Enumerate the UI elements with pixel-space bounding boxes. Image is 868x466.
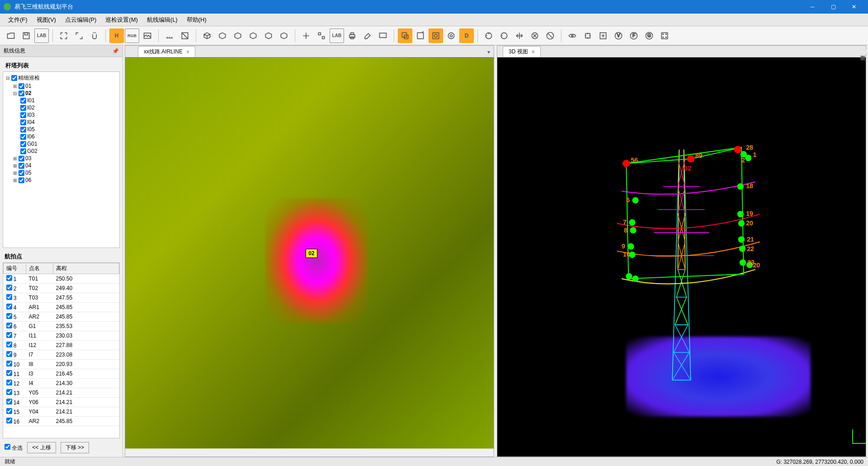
tree-tower-node[interactable]: ⊞ 01 bbox=[5, 82, 118, 90]
view-back-icon[interactable] bbox=[215, 29, 230, 43]
snap-icon[interactable] bbox=[580, 29, 595, 43]
canvas-3d[interactable]: 56 89 1282 181920 21222320 678 910 02 bbox=[497, 57, 866, 456]
table-row[interactable]: 13 Y05 214.21 bbox=[4, 388, 119, 398]
rotate-icon[interactable] bbox=[528, 29, 542, 43]
waypoints-table-wrap[interactable]: 编号 点名 高程 1 T01 250.50 2 T02 249.40 3 T03… bbox=[3, 262, 120, 438]
tree-checkbox[interactable] bbox=[20, 141, 26, 147]
tree-toggle-icon[interactable]: ⊞ bbox=[12, 84, 18, 89]
tree-checkbox[interactable] bbox=[20, 148, 26, 154]
print-icon[interactable] bbox=[345, 29, 359, 43]
pin-icon[interactable]: 📌 bbox=[112, 48, 119, 54]
measure-area-icon[interactable] bbox=[178, 29, 192, 43]
view-top-icon[interactable] bbox=[261, 29, 276, 43]
move-icon[interactable] bbox=[512, 29, 527, 43]
wp-checkbox[interactable] bbox=[6, 380, 12, 385]
menu-route[interactable]: 航线编辑(L) bbox=[142, 14, 182, 26]
pan-icon[interactable] bbox=[87, 29, 102, 43]
d-mode-icon[interactable]: D bbox=[459, 29, 474, 43]
table-row[interactable]: 14 Y06 214.21 bbox=[4, 398, 119, 407]
legend-vertical-label[interactable]: 列表图例 bbox=[859, 50, 867, 53]
tree-tower-label[interactable]: 03 bbox=[25, 155, 31, 162]
tree-checkbox[interactable] bbox=[19, 177, 24, 183]
view-bottom-icon[interactable] bbox=[277, 29, 291, 43]
tree-checkbox[interactable] bbox=[19, 83, 24, 89]
add-point-icon[interactable] bbox=[596, 29, 610, 43]
tree-checkbox[interactable] bbox=[20, 98, 26, 104]
rgb-color-icon[interactable]: RGB bbox=[125, 29, 139, 43]
table-row[interactable]: 4 AR1 245.85 bbox=[4, 303, 119, 312]
tree-checkbox[interactable] bbox=[20, 112, 26, 118]
tree-sub-label[interactable]: G02 bbox=[27, 148, 38, 154]
tree-sub-node[interactable]: I03 bbox=[5, 111, 118, 119]
tree-sub-label[interactable]: I06 bbox=[27, 133, 35, 140]
tree-sub-node[interactable]: G02 bbox=[5, 147, 118, 155]
wp-col-idx[interactable]: 编号 bbox=[4, 263, 26, 274]
table-row[interactable]: 10 I8 220.93 bbox=[4, 360, 119, 369]
tree-toggle-icon[interactable]: ⊞ bbox=[12, 171, 18, 176]
tree-checkbox[interactable] bbox=[11, 75, 17, 81]
grid-snap-icon[interactable] bbox=[657, 29, 672, 43]
lab-icon[interactable]: LAB bbox=[34, 29, 49, 43]
nav-left-icon[interactable] bbox=[497, 29, 511, 43]
tree-sub-node[interactable]: G01 bbox=[5, 140, 118, 147]
tree-root-label[interactable]: 精细巡检 bbox=[18, 74, 40, 82]
scrollbar-horizontal[interactable] bbox=[125, 448, 494, 456]
table-row[interactable]: 16 AR2 245.85 bbox=[4, 417, 119, 426]
tab-airline[interactable]: xx线路.AIRLINE × bbox=[138, 46, 195, 57]
tree-tower-label[interactable]: 02 bbox=[25, 90, 31, 96]
canvas-2d[interactable]: 02 bbox=[125, 57, 494, 448]
wp-checkbox[interactable] bbox=[6, 399, 12, 404]
tree-tower-node[interactable]: ⊟ 02 bbox=[5, 90, 118, 97]
table-row[interactable]: 1 T01 250.50 bbox=[4, 274, 119, 284]
table-row[interactable]: 11 I3 216.45 bbox=[4, 369, 119, 379]
nav-home-icon[interactable] bbox=[481, 29, 496, 43]
expand-icon[interactable] bbox=[72, 29, 86, 43]
tree-checkbox[interactable] bbox=[19, 163, 24, 169]
tree-tower-node[interactable]: ⊞ 04 bbox=[5, 162, 118, 169]
wp-checkbox[interactable] bbox=[6, 294, 12, 300]
target-icon[interactable] bbox=[444, 29, 458, 43]
fit-icon[interactable] bbox=[57, 29, 71, 43]
wp-checkbox[interactable] bbox=[6, 361, 12, 366]
tree-sub-label[interactable]: G01 bbox=[27, 141, 38, 147]
v-mode-icon[interactable]: V bbox=[611, 29, 626, 43]
deselect-icon[interactable] bbox=[413, 29, 428, 43]
align-tool-icon[interactable] bbox=[314, 29, 329, 43]
wp-checkbox[interactable] bbox=[6, 285, 12, 290]
tree-toggle-icon[interactable]: ⊟ bbox=[12, 91, 18, 96]
table-row[interactable]: 12 I4 214.30 bbox=[4, 379, 119, 388]
select-circle-icon[interactable] bbox=[429, 29, 443, 43]
menu-view[interactable]: 视图(V) bbox=[32, 14, 61, 26]
close-icon[interactable]: × bbox=[186, 49, 189, 55]
tree-tower-node[interactable]: ⊞ 05 bbox=[5, 169, 118, 176]
menu-help[interactable]: 帮助(H) bbox=[182, 14, 211, 26]
wp-checkbox[interactable] bbox=[6, 408, 12, 414]
view-left-icon[interactable] bbox=[231, 29, 245, 43]
move-down-button[interactable]: 下移 >> bbox=[61, 442, 89, 453]
tree-checkbox[interactable] bbox=[19, 170, 24, 176]
tree-tower-label[interactable]: 06 bbox=[25, 177, 31, 183]
tower-tree[interactable]: ⊟精细巡检 ⊞ 01 ⊟ 02 I01 I02 I03 bbox=[3, 71, 120, 248]
wp-col-name[interactable]: 点名 bbox=[26, 263, 53, 274]
wp-checkbox[interactable] bbox=[6, 418, 12, 423]
table-row[interactable]: 5 AR2 245.85 bbox=[4, 312, 119, 322]
tree-checkbox[interactable] bbox=[19, 156, 24, 162]
tree-toggle-icon[interactable]: ⊞ bbox=[12, 178, 18, 183]
tree-sub-label[interactable]: I05 bbox=[27, 126, 35, 133]
menu-pointcloud[interactable]: 点云编辑(P) bbox=[61, 14, 101, 26]
wp-checkbox[interactable] bbox=[6, 313, 12, 319]
tree-checkbox[interactable] bbox=[20, 105, 26, 111]
wp-checkbox[interactable] bbox=[6, 370, 12, 376]
tree-sub-node[interactable]: I05 bbox=[5, 126, 118, 133]
select-rect-icon[interactable] bbox=[398, 29, 412, 43]
select-all-checkbox-label[interactable]: 全选 bbox=[5, 444, 23, 452]
table-row[interactable]: 3 T03 247.55 bbox=[4, 293, 119, 303]
wp-checkbox[interactable] bbox=[6, 342, 12, 347]
tree-tower-node[interactable]: ⊞ 03 bbox=[5, 155, 118, 162]
erase-icon[interactable] bbox=[360, 29, 375, 43]
g-mode-icon[interactable]: G bbox=[642, 29, 656, 43]
move-up-button[interactable]: << 上移 bbox=[27, 442, 56, 453]
tree-checkbox[interactable] bbox=[20, 119, 26, 125]
tree-sub-label[interactable]: I02 bbox=[27, 105, 35, 111]
tree-tower-label[interactable]: 04 bbox=[25, 162, 31, 169]
